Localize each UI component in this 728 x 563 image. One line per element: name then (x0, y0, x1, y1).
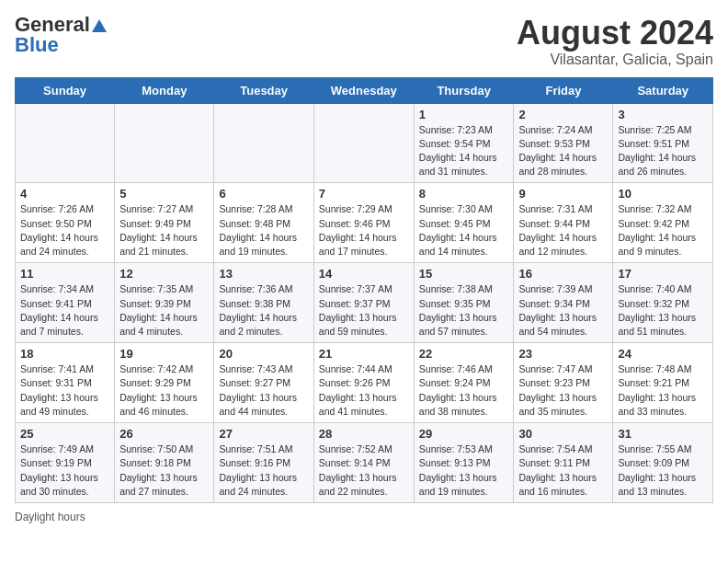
day-detail: Sunrise: 7:40 AMSunset: 9:32 PMDaylight:… (618, 282, 708, 339)
day-detail: Sunrise: 7:29 AMSunset: 9:46 PMDaylight:… (319, 202, 409, 259)
logo-triangle-icon (92, 19, 107, 32)
day-detail: Sunrise: 7:30 AMSunset: 9:45 PMDaylight:… (419, 202, 509, 259)
day-detail: Sunrise: 7:34 AMSunset: 9:41 PMDaylight:… (20, 282, 109, 339)
calendar-cell: 18Sunrise: 7:41 AMSunset: 9:31 PMDayligh… (16, 343, 115, 423)
calendar-week-3: 11Sunrise: 7:34 AMSunset: 9:41 PMDayligh… (16, 263, 713, 343)
header-day-monday: Monday (115, 77, 214, 103)
day-number: 18 (20, 347, 109, 361)
calendar-cell: 19Sunrise: 7:42 AMSunset: 9:29 PMDayligh… (115, 343, 214, 423)
calendar-cell: 26Sunrise: 7:50 AMSunset: 9:18 PMDayligh… (115, 423, 214, 503)
header-day-tuesday: Tuesday (214, 77, 313, 103)
calendar-cell (214, 103, 313, 183)
day-detail: Sunrise: 7:43 AMSunset: 9:27 PMDaylight:… (219, 362, 308, 419)
header-day-sunday: Sunday (16, 77, 115, 103)
day-detail: Sunrise: 7:27 AMSunset: 9:49 PMDaylight:… (119, 202, 209, 259)
day-detail: Sunrise: 7:47 AMSunset: 9:23 PMDaylight:… (518, 362, 608, 419)
day-number: 12 (119, 267, 209, 281)
day-number: 27 (219, 427, 308, 441)
calendar-cell: 21Sunrise: 7:44 AMSunset: 9:26 PMDayligh… (313, 343, 414, 423)
day-detail: Sunrise: 7:55 AMSunset: 9:09 PMDaylight:… (618, 442, 708, 499)
header-day-friday: Friday (514, 77, 613, 103)
day-detail: Sunrise: 7:32 AMSunset: 9:42 PMDaylight:… (618, 202, 708, 259)
day-detail: Sunrise: 7:49 AMSunset: 9:19 PMDaylight:… (20, 442, 109, 499)
day-number: 1 (419, 108, 509, 121)
title-block: August 2024 Vilasantar, Galicia, Spain (517, 15, 713, 68)
calendar-cell: 23Sunrise: 7:47 AMSunset: 9:23 PMDayligh… (514, 343, 613, 423)
page-header: General Blue August 2024 Vilasantar, Gal… (15, 15, 713, 68)
day-detail: Sunrise: 7:25 AMSunset: 9:51 PMDaylight:… (618, 123, 708, 179)
day-number: 8 (419, 187, 509, 201)
day-number: 29 (419, 427, 509, 441)
calendar-cell: 16Sunrise: 7:39 AMSunset: 9:34 PMDayligh… (514, 263, 613, 343)
day-number: 2 (518, 108, 608, 121)
footer-note: Daylight hours (15, 511, 713, 523)
day-detail: Sunrise: 7:31 AMSunset: 9:44 PMDaylight:… (518, 202, 608, 259)
day-number: 21 (319, 347, 409, 361)
day-detail: Sunrise: 7:23 AMSunset: 9:54 PMDaylight:… (419, 123, 509, 179)
calendar-cell: 10Sunrise: 7:32 AMSunset: 9:42 PMDayligh… (613, 183, 713, 263)
calendar-cell (313, 103, 414, 183)
day-number: 24 (618, 347, 708, 361)
calendar-cell: 9Sunrise: 7:31 AMSunset: 9:44 PMDaylight… (514, 183, 613, 263)
day-number: 10 (618, 187, 708, 201)
page-title: August 2024 (517, 15, 713, 52)
calendar-week-4: 18Sunrise: 7:41 AMSunset: 9:31 PMDayligh… (16, 343, 713, 423)
calendar-cell (115, 103, 214, 183)
day-number: 30 (518, 427, 608, 441)
day-number: 14 (319, 267, 409, 281)
header-day-thursday: Thursday (414, 77, 514, 103)
day-number: 17 (618, 267, 708, 281)
calendar-cell: 7Sunrise: 7:29 AMSunset: 9:46 PMDaylight… (313, 183, 414, 263)
day-detail: Sunrise: 7:51 AMSunset: 9:16 PMDaylight:… (219, 442, 308, 499)
header-row: SundayMondayTuesdayWednesdayThursdayFrid… (16, 77, 713, 103)
calendar-header: SundayMondayTuesdayWednesdayThursdayFrid… (16, 77, 713, 103)
header-day-wednesday: Wednesday (313, 77, 414, 103)
day-detail: Sunrise: 7:48 AMSunset: 9:21 PMDaylight:… (618, 362, 708, 419)
day-number: 25 (20, 427, 109, 441)
day-number: 4 (20, 187, 109, 201)
calendar-table: SundayMondayTuesdayWednesdayThursdayFrid… (15, 77, 713, 503)
calendar-cell: 24Sunrise: 7:48 AMSunset: 9:21 PMDayligh… (613, 343, 713, 423)
day-detail: Sunrise: 7:50 AMSunset: 9:18 PMDaylight:… (119, 442, 209, 499)
day-number: 16 (518, 267, 608, 281)
day-number: 28 (319, 427, 409, 441)
logo-top-line: General (15, 15, 107, 35)
calendar-cell: 3Sunrise: 7:25 AMSunset: 9:51 PMDaylight… (613, 103, 713, 183)
calendar-week-2: 4Sunrise: 7:26 AMSunset: 9:50 PMDaylight… (16, 183, 713, 263)
day-number: 11 (20, 267, 109, 281)
calendar-week-5: 25Sunrise: 7:49 AMSunset: 9:19 PMDayligh… (16, 423, 713, 503)
calendar-week-1: 1Sunrise: 7:23 AMSunset: 9:54 PMDaylight… (16, 103, 713, 183)
calendar-cell: 14Sunrise: 7:37 AMSunset: 9:37 PMDayligh… (313, 263, 414, 343)
day-detail: Sunrise: 7:52 AMSunset: 9:14 PMDaylight:… (319, 442, 409, 499)
calendar-cell: 30Sunrise: 7:54 AMSunset: 9:11 PMDayligh… (514, 423, 613, 503)
calendar-cell: 20Sunrise: 7:43 AMSunset: 9:27 PMDayligh… (214, 343, 313, 423)
calendar-cell: 25Sunrise: 7:49 AMSunset: 9:19 PMDayligh… (16, 423, 115, 503)
day-detail: Sunrise: 7:28 AMSunset: 9:48 PMDaylight:… (219, 202, 308, 259)
day-number: 5 (119, 187, 209, 201)
day-number: 7 (319, 187, 409, 201)
day-number: 20 (219, 347, 308, 361)
calendar-cell: 2Sunrise: 7:24 AMSunset: 9:53 PMDaylight… (514, 103, 613, 183)
day-detail: Sunrise: 7:53 AMSunset: 9:13 PMDaylight:… (419, 442, 509, 499)
calendar-cell: 4Sunrise: 7:26 AMSunset: 9:50 PMDaylight… (16, 183, 115, 263)
day-number: 31 (618, 427, 708, 441)
day-detail: Sunrise: 7:54 AMSunset: 9:11 PMDaylight:… (518, 442, 608, 499)
day-number: 26 (119, 427, 209, 441)
day-detail: Sunrise: 7:35 AMSunset: 9:39 PMDaylight:… (119, 282, 209, 339)
page-subtitle: Vilasantar, Galicia, Spain (517, 52, 713, 68)
day-number: 15 (419, 267, 509, 281)
day-number: 13 (219, 267, 308, 281)
calendar-cell: 5Sunrise: 7:27 AMSunset: 9:49 PMDaylight… (115, 183, 214, 263)
calendar-cell: 13Sunrise: 7:36 AMSunset: 9:38 PMDayligh… (214, 263, 313, 343)
day-detail: Sunrise: 7:46 AMSunset: 9:24 PMDaylight:… (419, 362, 509, 419)
day-detail: Sunrise: 7:44 AMSunset: 9:26 PMDaylight:… (319, 362, 409, 419)
calendar-cell (16, 103, 115, 183)
day-detail: Sunrise: 7:41 AMSunset: 9:31 PMDaylight:… (20, 362, 109, 419)
day-detail: Sunrise: 7:24 AMSunset: 9:53 PMDaylight:… (518, 123, 608, 179)
day-detail: Sunrise: 7:42 AMSunset: 9:29 PMDaylight:… (119, 362, 209, 419)
calendar-cell: 11Sunrise: 7:34 AMSunset: 9:41 PMDayligh… (16, 263, 115, 343)
logo: General Blue (15, 15, 107, 55)
day-detail: Sunrise: 7:36 AMSunset: 9:38 PMDaylight:… (219, 282, 308, 339)
day-number: 9 (518, 187, 608, 201)
day-number: 23 (518, 347, 608, 361)
